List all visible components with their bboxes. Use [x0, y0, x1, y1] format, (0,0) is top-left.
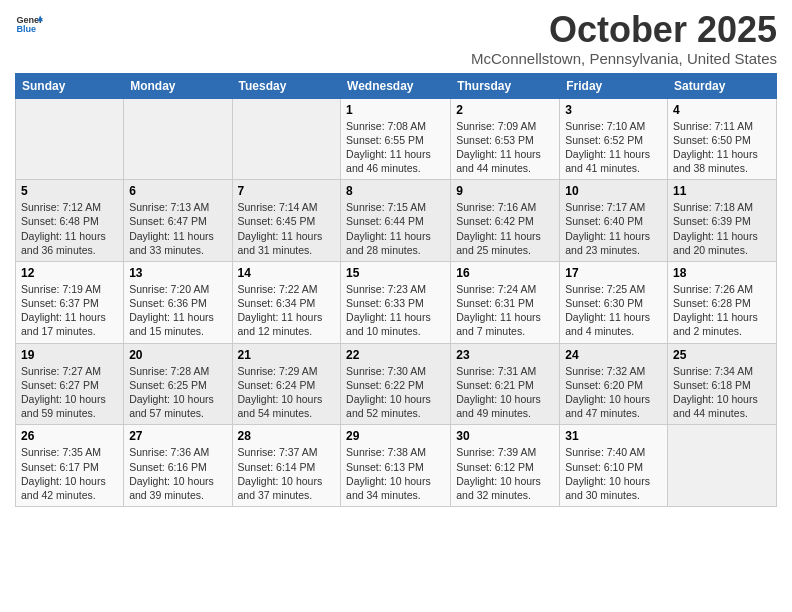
calendar-cell: 13Sunrise: 7:20 AM Sunset: 6:36 PM Dayli… — [124, 261, 232, 343]
header-saturday: Saturday — [668, 73, 777, 98]
calendar-cell: 30Sunrise: 7:39 AM Sunset: 6:12 PM Dayli… — [451, 425, 560, 507]
day-info: Sunrise: 7:22 AM Sunset: 6:34 PM Dayligh… — [238, 282, 336, 339]
calendar-week-3: 12Sunrise: 7:19 AM Sunset: 6:37 PM Dayli… — [16, 261, 777, 343]
calendar-cell: 5Sunrise: 7:12 AM Sunset: 6:48 PM Daylig… — [16, 180, 124, 262]
calendar-cell — [668, 425, 777, 507]
day-number: 1 — [346, 103, 445, 117]
calendar-week-2: 5Sunrise: 7:12 AM Sunset: 6:48 PM Daylig… — [16, 180, 777, 262]
day-info: Sunrise: 7:13 AM Sunset: 6:47 PM Dayligh… — [129, 200, 226, 257]
day-number: 10 — [565, 184, 662, 198]
calendar-table: Sunday Monday Tuesday Wednesday Thursday… — [15, 73, 777, 507]
calendar-body: 1Sunrise: 7:08 AM Sunset: 6:55 PM Daylig… — [16, 98, 777, 506]
day-number: 3 — [565, 103, 662, 117]
header-wednesday: Wednesday — [341, 73, 451, 98]
calendar-header: Sunday Monday Tuesday Wednesday Thursday… — [16, 73, 777, 98]
header-friday: Friday — [560, 73, 668, 98]
day-info: Sunrise: 7:09 AM Sunset: 6:53 PM Dayligh… — [456, 119, 554, 176]
day-number: 6 — [129, 184, 226, 198]
day-info: Sunrise: 7:25 AM Sunset: 6:30 PM Dayligh… — [565, 282, 662, 339]
day-number: 5 — [21, 184, 118, 198]
header-monday: Monday — [124, 73, 232, 98]
calendar-cell: 21Sunrise: 7:29 AM Sunset: 6:24 PM Dayli… — [232, 343, 341, 425]
calendar-week-5: 26Sunrise: 7:35 AM Sunset: 6:17 PM Dayli… — [16, 425, 777, 507]
calendar-cell: 2Sunrise: 7:09 AM Sunset: 6:53 PM Daylig… — [451, 98, 560, 180]
logo: General Blue — [15, 10, 43, 38]
day-number: 27 — [129, 429, 226, 443]
day-info: Sunrise: 7:27 AM Sunset: 6:27 PM Dayligh… — [21, 364, 118, 421]
day-number: 19 — [21, 348, 118, 362]
calendar-cell: 4Sunrise: 7:11 AM Sunset: 6:50 PM Daylig… — [668, 98, 777, 180]
day-info: Sunrise: 7:20 AM Sunset: 6:36 PM Dayligh… — [129, 282, 226, 339]
day-number: 25 — [673, 348, 771, 362]
day-number: 24 — [565, 348, 662, 362]
day-info: Sunrise: 7:38 AM Sunset: 6:13 PM Dayligh… — [346, 445, 445, 502]
day-info: Sunrise: 7:11 AM Sunset: 6:50 PM Dayligh… — [673, 119, 771, 176]
calendar-cell: 22Sunrise: 7:30 AM Sunset: 6:22 PM Dayli… — [341, 343, 451, 425]
day-number: 23 — [456, 348, 554, 362]
calendar-cell: 26Sunrise: 7:35 AM Sunset: 6:17 PM Dayli… — [16, 425, 124, 507]
day-number: 20 — [129, 348, 226, 362]
day-number: 17 — [565, 266, 662, 280]
day-info: Sunrise: 7:40 AM Sunset: 6:10 PM Dayligh… — [565, 445, 662, 502]
day-info: Sunrise: 7:28 AM Sunset: 6:25 PM Dayligh… — [129, 364, 226, 421]
calendar-cell: 31Sunrise: 7:40 AM Sunset: 6:10 PM Dayli… — [560, 425, 668, 507]
calendar-cell: 18Sunrise: 7:26 AM Sunset: 6:28 PM Dayli… — [668, 261, 777, 343]
day-number: 28 — [238, 429, 336, 443]
day-number: 2 — [456, 103, 554, 117]
header-row: Sunday Monday Tuesday Wednesday Thursday… — [16, 73, 777, 98]
day-number: 11 — [673, 184, 771, 198]
day-info: Sunrise: 7:35 AM Sunset: 6:17 PM Dayligh… — [21, 445, 118, 502]
day-info: Sunrise: 7:18 AM Sunset: 6:39 PM Dayligh… — [673, 200, 771, 257]
header-thursday: Thursday — [451, 73, 560, 98]
day-number: 12 — [21, 266, 118, 280]
day-info: Sunrise: 7:37 AM Sunset: 6:14 PM Dayligh… — [238, 445, 336, 502]
day-number: 21 — [238, 348, 336, 362]
main-container: General Blue October 2025 McConnellstown… — [0, 0, 792, 517]
calendar-cell: 15Sunrise: 7:23 AM Sunset: 6:33 PM Dayli… — [341, 261, 451, 343]
day-info: Sunrise: 7:36 AM Sunset: 6:16 PM Dayligh… — [129, 445, 226, 502]
header-sunday: Sunday — [16, 73, 124, 98]
day-number: 26 — [21, 429, 118, 443]
day-info: Sunrise: 7:26 AM Sunset: 6:28 PM Dayligh… — [673, 282, 771, 339]
day-info: Sunrise: 7:29 AM Sunset: 6:24 PM Dayligh… — [238, 364, 336, 421]
calendar-cell: 27Sunrise: 7:36 AM Sunset: 6:16 PM Dayli… — [124, 425, 232, 507]
day-info: Sunrise: 7:32 AM Sunset: 6:20 PM Dayligh… — [565, 364, 662, 421]
day-number: 29 — [346, 429, 445, 443]
day-number: 16 — [456, 266, 554, 280]
day-number: 14 — [238, 266, 336, 280]
day-number: 31 — [565, 429, 662, 443]
calendar-cell: 28Sunrise: 7:37 AM Sunset: 6:14 PM Dayli… — [232, 425, 341, 507]
header: General Blue October 2025 McConnellstown… — [15, 10, 777, 67]
day-info: Sunrise: 7:31 AM Sunset: 6:21 PM Dayligh… — [456, 364, 554, 421]
day-number: 8 — [346, 184, 445, 198]
day-info: Sunrise: 7:15 AM Sunset: 6:44 PM Dayligh… — [346, 200, 445, 257]
day-info: Sunrise: 7:19 AM Sunset: 6:37 PM Dayligh… — [21, 282, 118, 339]
calendar-cell: 20Sunrise: 7:28 AM Sunset: 6:25 PM Dayli… — [124, 343, 232, 425]
calendar-cell: 10Sunrise: 7:17 AM Sunset: 6:40 PM Dayli… — [560, 180, 668, 262]
calendar-cell: 25Sunrise: 7:34 AM Sunset: 6:18 PM Dayli… — [668, 343, 777, 425]
calendar-cell: 1Sunrise: 7:08 AM Sunset: 6:55 PM Daylig… — [341, 98, 451, 180]
day-info: Sunrise: 7:16 AM Sunset: 6:42 PM Dayligh… — [456, 200, 554, 257]
calendar-cell: 12Sunrise: 7:19 AM Sunset: 6:37 PM Dayli… — [16, 261, 124, 343]
calendar-cell: 8Sunrise: 7:15 AM Sunset: 6:44 PM Daylig… — [341, 180, 451, 262]
day-number: 18 — [673, 266, 771, 280]
calendar-cell: 17Sunrise: 7:25 AM Sunset: 6:30 PM Dayli… — [560, 261, 668, 343]
day-number: 4 — [673, 103, 771, 117]
day-info: Sunrise: 7:23 AM Sunset: 6:33 PM Dayligh… — [346, 282, 445, 339]
calendar-cell — [16, 98, 124, 180]
day-info: Sunrise: 7:10 AM Sunset: 6:52 PM Dayligh… — [565, 119, 662, 176]
header-tuesday: Tuesday — [232, 73, 341, 98]
calendar-cell: 3Sunrise: 7:10 AM Sunset: 6:52 PM Daylig… — [560, 98, 668, 180]
calendar-cell: 7Sunrise: 7:14 AM Sunset: 6:45 PM Daylig… — [232, 180, 341, 262]
calendar-cell: 16Sunrise: 7:24 AM Sunset: 6:31 PM Dayli… — [451, 261, 560, 343]
calendar-title: October 2025 — [471, 10, 777, 50]
day-info: Sunrise: 7:12 AM Sunset: 6:48 PM Dayligh… — [21, 200, 118, 257]
calendar-cell: 6Sunrise: 7:13 AM Sunset: 6:47 PM Daylig… — [124, 180, 232, 262]
day-info: Sunrise: 7:17 AM Sunset: 6:40 PM Dayligh… — [565, 200, 662, 257]
calendar-cell: 11Sunrise: 7:18 AM Sunset: 6:39 PM Dayli… — [668, 180, 777, 262]
day-info: Sunrise: 7:39 AM Sunset: 6:12 PM Dayligh… — [456, 445, 554, 502]
day-info: Sunrise: 7:24 AM Sunset: 6:31 PM Dayligh… — [456, 282, 554, 339]
calendar-cell: 24Sunrise: 7:32 AM Sunset: 6:20 PM Dayli… — [560, 343, 668, 425]
day-number: 7 — [238, 184, 336, 198]
calendar-week-1: 1Sunrise: 7:08 AM Sunset: 6:55 PM Daylig… — [16, 98, 777, 180]
